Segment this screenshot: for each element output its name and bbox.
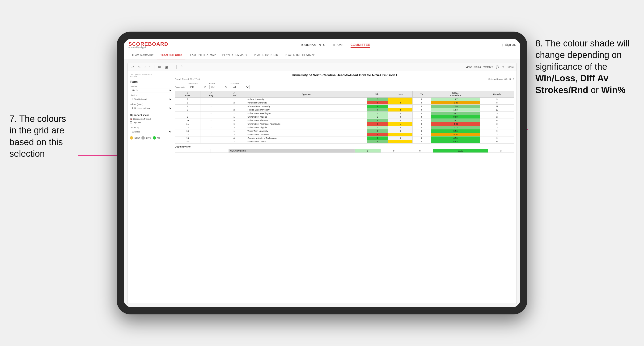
- table-cell: 6.62: [431, 140, 480, 144]
- clock-button[interactable]: ⏱: [180, 65, 184, 69]
- opponents-filter-label: Opponents:: [175, 86, 186, 89]
- conference-select[interactable]: (All): [188, 85, 207, 89]
- out-division-cell: [193, 149, 211, 153]
- table-cell: University of Florida: [246, 140, 366, 144]
- radio-top100[interactable]: Top 100: [130, 121, 172, 124]
- table-cell: 4: [175, 105, 200, 108]
- present-button[interactable]: ⊡: [502, 65, 504, 69]
- data-table: #Rank #Reg #Conf Opponent Win Loss Tie D…: [175, 91, 514, 144]
- undo-button[interactable]: ↩: [130, 65, 135, 69]
- table-cell: 5: [366, 137, 388, 140]
- overall-record: Overall Record: 89 - 17 - 0: [175, 78, 200, 80]
- sub-nav-player-h2h-grid[interactable]: PLAYER H2H GRID: [251, 51, 282, 59]
- legend-level-dot: [142, 136, 145, 140]
- right-panel: University of North Carolina Head-to-Hea…: [175, 73, 514, 301]
- out-division-cell: 0: [381, 149, 407, 153]
- col-opponent: Opponent: [246, 91, 366, 98]
- nav-forward-button[interactable]: ›: [148, 65, 152, 69]
- view-original-label: View: Original: [466, 65, 482, 68]
- table-cell: 1.67: [431, 98, 480, 101]
- sub-nav-team-h2h-heatmap[interactable]: TEAM H2H HEATMAP: [185, 51, 219, 59]
- main-nav: TOURNAMENTS TEAMS COMMITTEE: [300, 42, 370, 48]
- table-cell: 5.56: [431, 129, 480, 133]
- nav-back-button[interactable]: ‹: [144, 65, 146, 69]
- table-cell: 0: [413, 101, 431, 105]
- school-select[interactable]: 1. University of Nort...: [130, 106, 172, 110]
- colour-by-select[interactable]: Win/loss: [130, 130, 172, 134]
- table-cell: 0: [413, 119, 431, 122]
- table-cell: 0: [366, 101, 388, 105]
- col-conf: #Conf: [222, 91, 246, 98]
- conference-label: Conference: [188, 82, 207, 84]
- table-row: 11-6University of Arkansas, Fayetteville…: [175, 122, 514, 126]
- division-select[interactable]: NCAA Division I: [130, 97, 172, 101]
- annotation-left: 7. The colours in the grid are based on …: [10, 113, 76, 160]
- table-cell: 2: [222, 108, 246, 112]
- nav-tournaments[interactable]: TOURNAMENTS: [300, 42, 325, 48]
- table-cell: 16: [175, 140, 200, 144]
- table-cell: 6: [175, 108, 200, 112]
- table-cell: 1: [388, 140, 413, 144]
- table-cell: -: [200, 108, 222, 112]
- table-cell: 0: [413, 108, 431, 112]
- sub-nav-team-h2h-grid[interactable]: TEAM H2H GRID: [157, 51, 185, 59]
- gender-select[interactable]: Men's: [130, 88, 172, 92]
- table-cell: University of Alabama: [246, 119, 366, 122]
- zoom-reset-button[interactable]: ⊞: [157, 65, 162, 69]
- table-cell: -1.00: [431, 133, 480, 137]
- table-cell: 1: [388, 122, 413, 126]
- out-division-table: NCAA Division II10026.003: [175, 149, 514, 153]
- table-cell: 1: [366, 112, 388, 115]
- redo-button[interactable]: ↪: [137, 65, 142, 69]
- table-cell: 0: [413, 105, 431, 108]
- table-cell: 2.28: [431, 105, 480, 108]
- legend-up-dot: [153, 136, 156, 140]
- table-cell: 2: [175, 98, 200, 101]
- table-cell: University of Arizona: [246, 115, 366, 119]
- comment-button[interactable]: 💬: [496, 65, 499, 69]
- table-cell: 3: [222, 126, 246, 129]
- opponent-filter: Opponent (All): [231, 82, 250, 89]
- sub-nav-player-h2h-heatmap[interactable]: PLAYER H2H HEATMAP: [282, 51, 318, 59]
- annotation-right: 8. The colour shade will change dependin…: [536, 38, 634, 96]
- sub-nav-player-summary[interactable]: PLAYER SUMMARY: [219, 51, 251, 59]
- tableau-toolbar: ↩ ↪ ‹ › ⊞ ▣ · ⏱ View: Original Watch ▾: [128, 63, 516, 71]
- fit-button[interactable]: ▣: [164, 65, 169, 69]
- opponent-filter-label: Opponent: [231, 82, 250, 84]
- table-row: 13-1Texas Tech University3005.569: [175, 129, 514, 133]
- toolbar-actions: Watch ▾ 💬 ⊡ Share: [484, 65, 514, 69]
- conference-filter: Conference (All): [188, 82, 207, 89]
- table-cell: 2: [366, 98, 388, 101]
- table-cell: 0: [413, 98, 431, 101]
- share-button[interactable]: Share: [507, 65, 514, 68]
- watch-button[interactable]: Watch ▾: [484, 65, 493, 69]
- table-cell: University of Arkansas, Fayetteville: [246, 122, 366, 126]
- tableau-container: ↩ ↪ ‹ › ⊞ ▣ · ⏱ View: Original Watch ▾: [127, 63, 517, 304]
- nav-teams[interactable]: TEAMS: [332, 42, 344, 48]
- table-cell: 1: [366, 115, 388, 119]
- table-cell: 3: [480, 112, 514, 115]
- toolbar-sep-2: [176, 65, 176, 69]
- table-cell: 8: [480, 101, 514, 105]
- nav-committee[interactable]: COMMITTEE: [350, 42, 370, 48]
- table-cell: 2.61: [431, 119, 480, 122]
- radio-opponents-played[interactable]: Opponents Played: [130, 118, 172, 120]
- table-cell: 1: [222, 98, 246, 101]
- table-row: 14-2University of Oklahoma010-1.003: [175, 133, 514, 137]
- main-content: ↩ ↪ ‹ › ⊞ ▣ · ⏱ View: Original Watch ▾: [124, 59, 520, 307]
- table-cell: 1: [388, 133, 413, 137]
- table-row: 10-5University of Alabama3002.618: [175, 119, 514, 122]
- table-cell: 2: [222, 101, 246, 105]
- timestamp: Last Updated: 27/03/2024 16:55:38: [130, 73, 172, 78]
- opponent-select[interactable]: (All): [231, 85, 250, 89]
- legend-level-label: Level: [146, 137, 151, 139]
- out-division-title: Out of division: [175, 146, 514, 148]
- region-select[interactable]: (All): [210, 85, 228, 89]
- sub-nav-team-summary[interactable]: TEAM SUMMARY: [128, 51, 157, 59]
- table-cell: -: [200, 129, 222, 133]
- table-cell: 3: [175, 101, 200, 105]
- col-diff: Diff AvStrokes/Rnd: [431, 91, 480, 98]
- sign-out-link[interactable]: Sign out: [505, 43, 516, 46]
- table-cell: 4: [222, 137, 246, 140]
- table-cell: Georgia Institute of Technology: [246, 137, 366, 140]
